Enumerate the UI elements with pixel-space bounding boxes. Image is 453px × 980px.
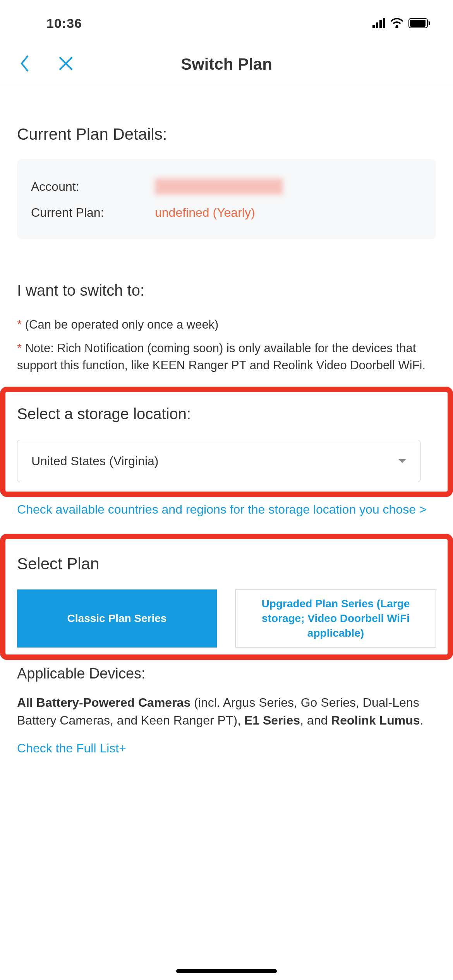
chevron-down-icon	[398, 459, 406, 463]
back-button[interactable]	[19, 54, 30, 74]
nav-bar: Switch Plan	[0, 46, 453, 86]
close-button[interactable]	[57, 55, 74, 74]
applicable-devices-text: All Battery-Powered Cameras (incl. Argus…	[17, 694, 436, 730]
switch-to-heading: I want to switch to:	[17, 282, 436, 299]
plan-details-card: Account: Current Plan: undefined (Yearly…	[17, 159, 436, 239]
check-full-list-link[interactable]: Check the Full List+	[17, 741, 436, 756]
status-icons	[372, 17, 430, 29]
current-plan-label: Current Plan:	[31, 206, 155, 220]
note-rich-notification: * Note: Rich Notification (coming soon) …	[17, 340, 436, 373]
storage-highlight-box: Select a storage location: United States…	[0, 387, 453, 497]
check-regions-link[interactable]: Check available countries and regions fo…	[17, 501, 436, 518]
plan-highlight-box: Select Plan Classic Plan Series Upgraded…	[0, 534, 453, 660]
note-frequency: * (Can be operated only once a week)	[17, 316, 436, 333]
cellular-icon	[372, 18, 385, 28]
applicable-devices-heading: Applicable Devices:	[17, 665, 436, 682]
plan-tab-upgraded[interactable]: Upgraded Plan Series (Large storage; Vid…	[235, 589, 436, 648]
plan-tab-classic[interactable]: Classic Plan Series	[17, 589, 217, 648]
select-plan-heading: Select Plan	[17, 555, 436, 573]
current-plan-heading: Current Plan Details:	[17, 125, 436, 144]
home-indicator[interactable]	[176, 969, 277, 973]
page-title: Switch Plan	[181, 55, 272, 74]
account-label: Account:	[31, 180, 155, 194]
battery-icon	[408, 18, 430, 28]
svg-point-0	[396, 25, 398, 27]
storage-heading: Select a storage location:	[17, 405, 286, 423]
wifi-icon	[390, 17, 404, 29]
account-value-redacted	[155, 178, 283, 195]
current-plan-value: undefined (Yearly)	[155, 206, 255, 220]
storage-selected-value: United States (Virginia)	[31, 454, 158, 468]
storage-location-dropdown[interactable]: United States (Virginia)	[17, 440, 420, 482]
status-time: 10:36	[46, 16, 82, 31]
status-bar: 10:36	[0, 0, 453, 46]
